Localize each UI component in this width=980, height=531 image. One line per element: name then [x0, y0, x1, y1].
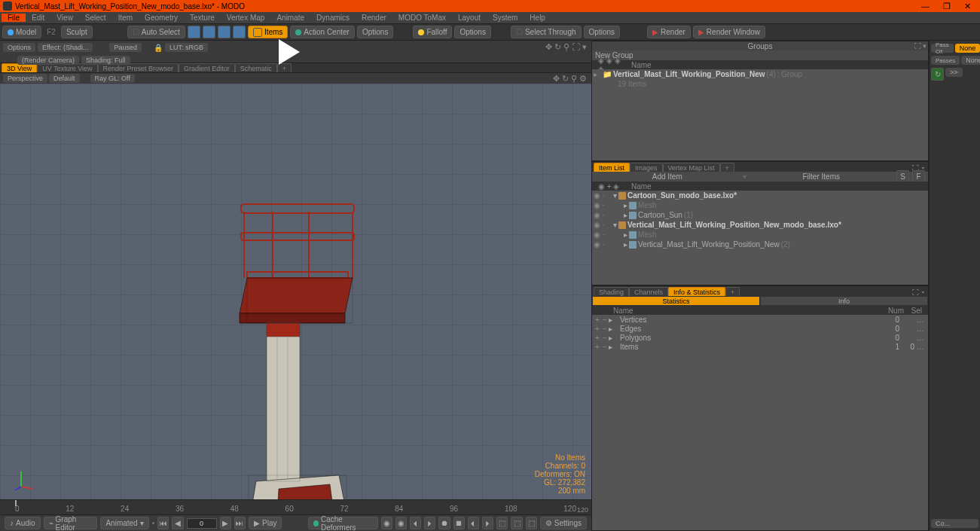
sculpt-mode[interactable]: Sculpt — [61, 26, 93, 38]
vp-rotate-icon[interactable]: ↻ — [554, 42, 561, 52]
tab-item-list[interactable]: Item List — [594, 163, 630, 172]
anim-icon-3[interactable]: ⏴ — [410, 517, 421, 529]
co-button[interactable]: Co... — [931, 519, 978, 528]
filter-items-input[interactable]: Filter Items — [750, 172, 894, 181]
graph-editor-button[interactable]: ⌁Graph Editor — [44, 517, 98, 529]
projection-dropdown[interactable]: Perspective — [3, 74, 47, 83]
refresh-icon[interactable]: ↻ — [931, 68, 944, 81]
menu-item[interactable]: Item — [112, 14, 139, 22]
menu-texture[interactable]: Texture — [184, 14, 221, 22]
group-row[interactable]: ▸ 📁 Vertical_Mast_Lift_Working_Position_… — [592, 69, 928, 79]
menu-animate[interactable]: Animate — [270, 14, 310, 22]
vp-move-icon[interactable]: ✥ — [553, 74, 560, 84]
menu-render[interactable]: Render — [356, 14, 392, 22]
menu-system[interactable]: System — [487, 14, 524, 22]
menu-edit[interactable]: Edit — [26, 14, 50, 22]
select-mode-1-icon[interactable] — [188, 26, 200, 38]
anim-icon-1[interactable]: ◉ — [381, 517, 392, 529]
menu-view[interactable]: View — [50, 14, 79, 22]
anim-icon-6[interactable]: ⏹ — [453, 517, 465, 529]
anim-icon-5[interactable]: ⏺ — [438, 517, 450, 529]
render-camera[interactable]: (Render Camera) — [17, 56, 79, 65]
select-mode-2-icon[interactable] — [203, 26, 215, 38]
3d-viewport[interactable]: No Items Channels: 0 Deformers: ON GL: 2… — [0, 84, 591, 499]
vp-menu-icon[interactable]: ▾ — [582, 42, 587, 52]
action-center-options[interactable]: Options — [357, 26, 393, 38]
first-frame-button[interactable]: ⏮ — [157, 517, 169, 529]
anim-icon-11[interactable]: ⬚ — [526, 517, 537, 529]
vp-zoom-icon[interactable]: ⚲ — [571, 74, 577, 84]
tab-images[interactable]: Images — [630, 163, 663, 172]
item-row[interactable]: ◉·▸Mesh — [592, 230, 928, 240]
vp-move-icon[interactable]: ✥ — [545, 42, 552, 52]
lock-icon[interactable]: 🔒 — [154, 44, 163, 52]
next-frame-button[interactable]: ▶ — [220, 517, 231, 529]
subtab-info[interactable]: Info — [760, 296, 928, 306]
render-window-button[interactable]: ▶Render Window — [693, 26, 765, 38]
menu-geometry[interactable]: Geometry — [139, 14, 184, 22]
minimize-button[interactable]: — — [921, 2, 930, 11]
add-tab-button[interactable]: + — [725, 287, 740, 296]
shading-dropdown[interactable]: Shading: Full — [81, 56, 130, 65]
anim-icon-9[interactable]: ⬚ — [496, 517, 508, 529]
subtab-statistics[interactable]: Statistics — [592, 296, 760, 306]
tab-shading[interactable]: Shading — [594, 287, 629, 296]
anim-icon-8[interactable]: ⏵ — [482, 517, 493, 529]
item-row[interactable]: ◉·▾Vertical_Mast_Lift_Working_Position_N… — [592, 220, 928, 230]
render-button[interactable]: ▶Render — [647, 26, 691, 38]
anim-icon-2[interactable]: ◉ — [395, 517, 407, 529]
settings-button[interactable]: ⚙Settings — [540, 517, 587, 529]
raygl-toggle[interactable]: Ray GL: Off — [90, 74, 135, 83]
select-mode-4-icon[interactable] — [233, 26, 246, 38]
item-row[interactable]: ◉·▸Vertical_Mast_Lift_Working_Position_N… — [592, 240, 928, 249]
menu-vertex-map[interactable]: Vertex Map — [221, 14, 271, 22]
vp-gear-icon[interactable]: ⚙ — [579, 74, 587, 84]
anim-icon-10[interactable]: ⬚ — [511, 517, 522, 529]
select-through-options[interactable]: Options — [584, 26, 620, 38]
panel-max-icon[interactable]: ⛶ — [914, 42, 921, 50]
close-button[interactable]: ✕ — [964, 2, 971, 11]
model-mode[interactable]: Model — [2, 26, 41, 38]
select-mode-3-icon[interactable] — [218, 26, 230, 38]
add-tab-button[interactable]: + — [720, 163, 734, 172]
menu-dynamics[interactable]: Dynamics — [310, 14, 356, 22]
lut-dropdown[interactable]: LUT: sRGB — [165, 43, 208, 52]
vp-zoom-icon[interactable]: ⚲ — [563, 42, 569, 52]
passes-none-button[interactable]: None — [961, 56, 980, 65]
render-paused[interactable]: Paused — [109, 43, 142, 52]
menu-file[interactable]: File — [2, 14, 26, 22]
last-frame-button[interactable]: ⏭ — [234, 517, 246, 529]
add-item-button[interactable]: Add Item — [595, 172, 740, 181]
play-preview-icon[interactable] — [279, 39, 300, 65]
current-frame-input[interactable] — [187, 518, 217, 529]
menu-help[interactable]: Help — [524, 14, 551, 22]
tab-channels[interactable]: Channels — [629, 287, 668, 296]
menu-modo-tomax[interactable]: MODO ToMax — [392, 14, 452, 22]
anim-icon-4[interactable]: ⏵ — [424, 517, 435, 529]
pass-none-button[interactable]: None — [955, 44, 980, 53]
cache-deformers-button[interactable]: Cache Deformers — [308, 517, 378, 529]
auto-select-toggle[interactable]: ☐Auto Select — [127, 26, 185, 38]
style-dropdown[interactable]: Default — [49, 74, 80, 83]
item-row[interactable]: ◉·▸Cartoon_Sun(1) — [592, 210, 928, 220]
tab-info-&-statistics[interactable]: Info & Statistics — [668, 287, 725, 296]
expand-button[interactable]: >> — [945, 68, 963, 77]
animated-dropdown[interactable]: Animated ▾ — [100, 517, 148, 529]
audio-button[interactable]: ♪Audio — [5, 517, 41, 529]
prev-frame-button[interactable]: ◀ — [172, 517, 183, 529]
action-center-dropdown[interactable]: Action Center — [290, 26, 355, 38]
falloff-dropdown[interactable]: Falloff — [413, 26, 452, 38]
item-row[interactable]: ◉·▸Mesh — [592, 200, 928, 210]
render-options[interactable]: Options — [3, 43, 35, 52]
maximize-button[interactable]: ❐ — [943, 2, 951, 11]
menu-layout[interactable]: Layout — [452, 14, 487, 22]
tab-vertex-map-list[interactable]: Vertex Map List — [663, 163, 720, 172]
timeline[interactable]: 01224364860728496108120 120 — [0, 499, 591, 514]
play-button[interactable]: ▶ Play — [249, 517, 282, 529]
render-effect[interactable]: Effect: (Shadi... — [38, 43, 93, 52]
vp-rotate-icon[interactable]: ↻ — [562, 74, 569, 84]
menu-select[interactable]: Select — [79, 14, 112, 22]
items-mode[interactable]: Items — [248, 26, 288, 38]
vp-max-icon[interactable]: ⛶ — [572, 42, 580, 52]
panel-controls[interactable]: ⛶ ▾ — [912, 288, 927, 296]
